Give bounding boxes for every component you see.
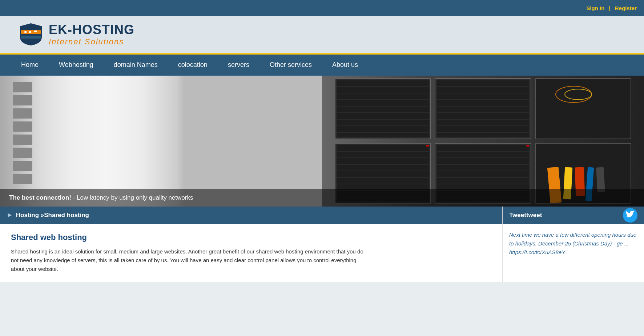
- sidebar-title: Tweettweet: [509, 212, 542, 219]
- hero-caption: The best connection! - Low latency by us…: [0, 189, 644, 207]
- header: EK-HOSTING Internet Solutions: [0, 16, 644, 55]
- nav-item-about-us[interactable]: About us: [322, 55, 368, 76]
- hero-caption-bold: The best connection!: [9, 194, 71, 201]
- top-bar: Sign In | Register: [0, 0, 644, 16]
- main-content: ► Hosting »Shared hosting Shared web hos…: [0, 207, 502, 282]
- svg-point-1: [24, 31, 27, 33]
- hero-image: The best connection! - Low latency by us…: [0, 76, 644, 207]
- nav-item-home[interactable]: Home: [11, 55, 49, 76]
- nav-item-colocation[interactable]: colocation: [168, 55, 218, 76]
- svg-rect-4: [21, 36, 41, 39]
- logo-subtitle: Internet Solutions: [49, 37, 134, 47]
- hero-caption-text: - Low latency by using only quality netw…: [73, 194, 193, 201]
- section-body: Shared hosting is an ideal solution for …: [11, 247, 367, 273]
- sidebar: Tweettweet Next time we have a few diffe…: [502, 207, 644, 282]
- breadcrumb-bar: ► Hosting »Shared hosting: [0, 207, 502, 224]
- register-link[interactable]: Register: [615, 5, 637, 11]
- auth-links: Sign In | Register: [586, 5, 637, 11]
- logo-icon: [18, 23, 44, 46]
- sidebar-header: Tweettweet: [503, 207, 644, 224]
- nav-item-webhosting[interactable]: Webhosting: [49, 55, 104, 76]
- sidebar-body: Next time we have a few different openin…: [503, 224, 644, 263]
- logo-title: EK-HOSTING: [49, 23, 134, 37]
- content-area: ► Hosting »Shared hosting Shared web hos…: [0, 207, 644, 282]
- svg-rect-3: [34, 31, 37, 32]
- svg-point-2: [29, 31, 31, 33]
- tweet-text: Next time we have a few different openin…: [509, 231, 637, 257]
- nav-item-servers[interactable]: servers: [218, 55, 259, 76]
- breadcrumb-arrow-icon: ►: [7, 211, 13, 219]
- logo-text: EK-HOSTING Internet Solutions: [49, 23, 134, 47]
- main-nav: Home Webhosting domain Names colocation …: [0, 55, 644, 76]
- signin-link[interactable]: Sign In: [586, 5, 604, 11]
- main-body: Shared web hosting Shared hosting is an …: [0, 224, 502, 282]
- server-scene: The best connection! - Low latency by us…: [0, 76, 644, 207]
- twitter-bird-icon: [623, 208, 637, 223]
- section-title: Shared web hosting: [11, 233, 491, 242]
- nav-item-other-services[interactable]: Other services: [259, 55, 322, 76]
- breadcrumb: Hosting »Shared hosting: [16, 212, 89, 219]
- nav-item-domain-names[interactable]: domain Names: [104, 55, 168, 76]
- logo[interactable]: EK-HOSTING Internet Solutions: [18, 23, 134, 47]
- auth-separator: |: [609, 5, 611, 11]
